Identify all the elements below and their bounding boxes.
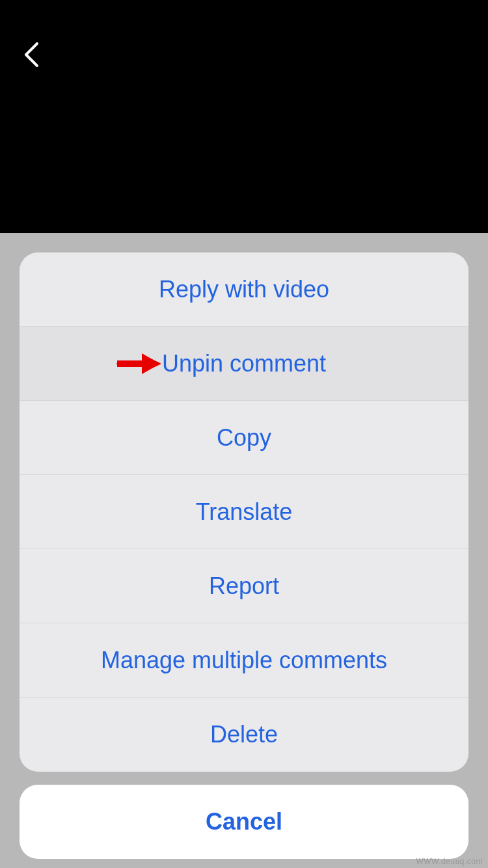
action-label: Unpin comment — [162, 350, 326, 377]
action-label: Reply with video — [159, 276, 329, 303]
action-report[interactable]: Report — [20, 549, 468, 623]
action-delete[interactable]: Delete — [20, 698, 468, 772]
cancel-button[interactable]: Cancel — [20, 785, 468, 859]
action-label: Translate — [196, 498, 293, 526]
action-label: Report — [209, 573, 279, 600]
action-unpin-comment[interactable]: Unpin comment — [20, 327, 468, 401]
cancel-label: Cancel — [206, 808, 282, 835]
back-button[interactable] — [17, 40, 46, 69]
action-manage-multiple-comments[interactable]: Manage multiple comments — [20, 623, 468, 698]
action-sheet-group: Reply with video Unpin comment Copy Tran… — [20, 252, 468, 772]
annotation-arrow-icon — [116, 351, 161, 377]
action-reply-with-video[interactable]: Reply with video — [20, 252, 468, 327]
action-label: Manage multiple comments — [101, 647, 387, 674]
action-label: Copy — [217, 424, 271, 452]
svg-rect-0 — [117, 360, 144, 367]
action-translate[interactable]: Translate — [20, 475, 468, 549]
action-label: Delete — [210, 721, 278, 748]
watermark: WWW.deuaq.com — [416, 857, 483, 866]
chevron-left-icon — [24, 42, 38, 67]
action-copy[interactable]: Copy — [20, 401, 468, 475]
